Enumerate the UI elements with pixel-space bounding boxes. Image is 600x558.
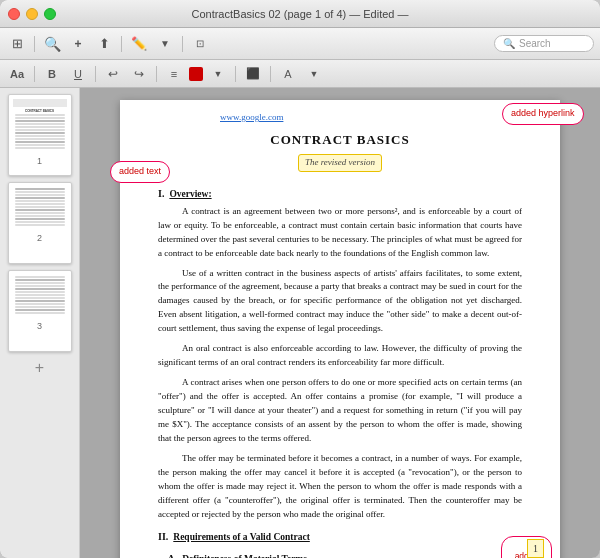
add-page-button[interactable]: + [8,358,72,378]
main-area: CONTRACT BASICS 1 [0,88,600,558]
paragraph-1: A contract is an agreement between two o… [158,205,522,261]
main-toolbar: ⊞ 🔍 + ⬆ ✏️ ▼ ⊡ 🔍 Search [0,28,600,60]
zoom-in-icon[interactable]: + [67,33,89,55]
pen-icon[interactable]: ✏️ [128,33,150,55]
paragraph-3: An oral contract is also enforceable acc… [158,342,522,370]
align-icon[interactable]: ≡ [163,63,185,85]
title-bar: ContractBasics 02 (page 1 of 4) — Edited… [0,0,600,28]
format-sep-3 [156,66,157,82]
page-num-2: 2 [9,233,71,243]
minimize-button[interactable] [26,8,38,20]
sidebar-toggle-icon[interactable]: ⊞ [6,33,28,55]
toolbar-separator-2 [121,36,122,52]
document-page: www.google.com added hyperlink [120,100,560,558]
format-sep-1 [34,66,35,82]
window-title: ContractBasics 02 (page 1 of 4) — Edited… [191,8,408,20]
document-title-area: CONTRACT BASICS The revised version [158,130,522,180]
page-thumbnails-sidebar[interactable]: CONTRACT BASICS 1 [0,88,80,558]
underline-icon[interactable]: U [67,63,89,85]
dropdown-arrow-2[interactable]: ▼ [207,63,229,85]
font-size-icon[interactable]: Aa [6,63,28,85]
dropdown-arrow[interactable]: ▼ [154,33,176,55]
undo-icon[interactable]: ↩ [102,63,124,85]
revised-version-label: The revised version [298,154,382,172]
hyperlink-url[interactable]: www.google.com [220,112,283,122]
dropdown-arrow-3[interactable]: ▼ [303,63,325,85]
page-number: 1 [527,539,544,559]
toolbar-separator-1 [34,36,35,52]
paragraph-4: A contract arises when one person offers… [158,376,522,446]
page-num-3: 3 [9,321,71,331]
page-thumb-2[interactable]: 2 [8,182,72,264]
search-placeholder: Search [519,38,551,49]
document-title: CONTRACT BASICS [270,130,409,150]
added-text-annotation: added text [110,161,170,183]
search-box[interactable]: 🔍 Search [494,35,594,52]
redline-icon[interactable]: ⊡ [189,33,211,55]
close-button[interactable] [8,8,20,20]
format-sep-4 [235,66,236,82]
format-sep-2 [95,66,96,82]
maximize-button[interactable] [44,8,56,20]
subsection-a-heading: A. Definiteness of Material Terms [158,551,522,558]
redo-icon[interactable]: ↪ [128,63,150,85]
paragraph-5: The offer may be terminated before it be… [158,452,522,522]
highlight-icon[interactable]: A [277,63,299,85]
share-icon[interactable]: ⬆ [93,33,115,55]
zoom-out-icon[interactable]: 🔍 [41,33,63,55]
section-i-heading: I. Overview: [158,186,522,202]
color-picker-icon[interactable]: ⬛ [242,63,264,85]
search-icon: 🔍 [503,38,515,49]
format-toolbar: Aa B U ↩ ↪ ≡ ▼ ⬛ A ▼ [0,60,600,88]
added-hyperlink-annotation: added hyperlink [502,103,584,125]
paragraph-2: Use of a written contract in the busines… [158,267,522,337]
app-window: ContractBasics 02 (page 1 of 4) — Edited… [0,0,600,558]
format-sep-5 [270,66,271,82]
toolbar-separator-3 [182,36,183,52]
page-thumb-3[interactable]: 3 [8,270,72,352]
traffic-lights [8,8,56,20]
page-num-1: 1 [9,156,71,166]
section-ii-heading: II. Requirements of a Valid Contract [158,529,522,545]
color-square-icon[interactable] [189,67,203,81]
document-area: www.google.com added hyperlink [80,88,600,558]
page-thumb-1[interactable]: CONTRACT BASICS 1 [8,94,72,176]
bold-icon[interactable]: B [41,63,63,85]
